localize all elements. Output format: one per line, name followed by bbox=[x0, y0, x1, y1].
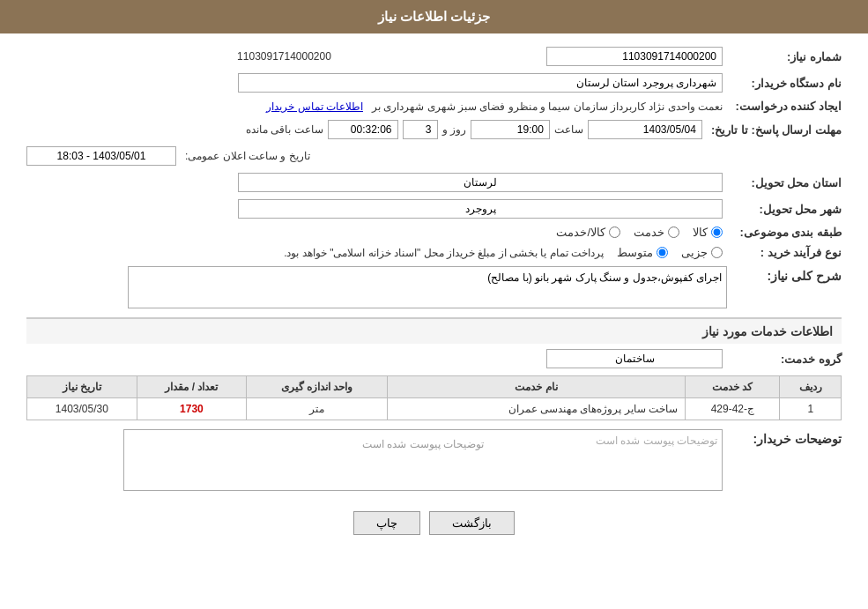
buyer-desc-row: توضیحات خریدار: توضیحات پیوست شده است bbox=[26, 429, 842, 494]
ijad-konande-row: ایجاد کننده درخواست: نعمت واحدی نژاد کار… bbox=[26, 100, 842, 113]
farayand-radio-jozi[interactable] bbox=[711, 247, 723, 258]
taarikh-elan-label: تاریخ و ساعت اعلان عمومی: bbox=[185, 150, 310, 162]
noe-farayand-option-jozi[interactable]: جزیی bbox=[681, 246, 723, 259]
shahr-row: شهر محل تحویل: پروجرد bbox=[26, 199, 842, 219]
back-button[interactable]: بازگشت bbox=[429, 511, 515, 535]
services-table: ردیف کد خدمت نام خدمت واحد اندازه گیری ت… bbox=[26, 375, 842, 420]
etelaaat-tamas-link[interactable]: اطلاعات تماس خریدار bbox=[266, 100, 363, 113]
shomare-niaz-label: شماره نیاز: bbox=[727, 50, 842, 63]
group-khedmat-label: گروه خدمت: bbox=[727, 353, 842, 366]
mohlat-row: مهلت ارسال پاسخ: تا تاریخ: 1403/05/04 سا… bbox=[26, 120, 842, 139]
buyer-desc-textarea[interactable] bbox=[123, 429, 723, 491]
tabaqe-radio-kala[interactable] bbox=[711, 227, 723, 238]
col-code: کد خدمت bbox=[686, 376, 780, 398]
tabaqe-radio-khedmat[interactable] bbox=[668, 227, 679, 238]
tabaqe-radio-kala-khedmat[interactable] bbox=[609, 227, 620, 238]
noe-farayand-label: نوع فرآیند خرید : bbox=[727, 246, 842, 259]
tabaqe-kala-khedmat-label: کالا/خدمت bbox=[556, 226, 605, 239]
page-title: جزئیات اطلاعات نیاز bbox=[378, 9, 490, 24]
print-button[interactable]: چاپ bbox=[353, 511, 420, 535]
mohlat-label: مهلت ارسال پاسخ: تا تاریخ: bbox=[707, 123, 842, 137]
ijad-konande-label: ایجاد کننده درخواست: bbox=[727, 100, 842, 113]
mohlat-days-input[interactable] bbox=[403, 120, 438, 139]
tabaqe-option-kala[interactable]: کالا bbox=[693, 226, 723, 239]
taarikh-elan-input[interactable] bbox=[26, 146, 176, 166]
ijad-konande-value: نعمت واحدی نژاد کاربرداز سازمان سیما و م… bbox=[372, 100, 723, 113]
mohlat-time-input[interactable] bbox=[471, 120, 550, 139]
shahr-label: شهر محل تحویل: bbox=[727, 203, 842, 216]
col-date: تاریخ نیاز bbox=[27, 376, 137, 398]
mohlat-time-label: ساعت bbox=[554, 123, 583, 136]
col-radif: ردیف bbox=[780, 376, 842, 398]
cell-date: 1403/05/30 bbox=[27, 398, 137, 420]
noe-farayand-option-motavaset[interactable]: متوسط bbox=[617, 246, 668, 259]
group-khedmat-input[interactable] bbox=[546, 349, 723, 368]
tabaqe-option-kala-khedmat[interactable]: کالا/خدمت bbox=[556, 226, 620, 239]
sharh-textarea[interactable] bbox=[128, 266, 727, 308]
mohlat-days-label: روز و bbox=[442, 123, 466, 136]
nam-dasgah-row: نام دستگاه خریدار: شهرداری پروجرد استان … bbox=[26, 73, 842, 93]
buttons-row: بازگشت چاپ bbox=[26, 511, 842, 535]
noe-farayand-radio-group: جزیی متوسط bbox=[617, 246, 723, 259]
cell-name: ساخت سایر پروژه‌های مهندسی عمران bbox=[387, 398, 685, 420]
noe-farayand-row: نوع فرآیند خرید : جزیی متوسط پرداخت تمام… bbox=[26, 246, 842, 259]
services-section-title: اطلاعات خدمات مورد نیاز bbox=[26, 317, 842, 344]
group-khedmat-row: گروه خدمت: ساختمان bbox=[26, 349, 842, 368]
ostan-row: استان محل تحویل: لرستان bbox=[26, 173, 842, 192]
cell-code: ج-42-429 bbox=[686, 398, 780, 420]
farayand-note: پرداخت تمام یا بخشی از مبلغ خریداز محل "… bbox=[284, 247, 604, 259]
sharh-section: شرح کلی نیاز: bbox=[26, 266, 842, 308]
shomare-niaz-value: 1103091714000200 bbox=[26, 50, 542, 63]
ostan-input[interactable] bbox=[238, 173, 723, 192]
tabaqe-khedmat-label: خدمت bbox=[634, 226, 664, 239]
tabaqe-row: طبقه بندی موضوعی: کالا خدمت کالا/خدمت bbox=[26, 226, 842, 239]
remaining-time-input[interactable] bbox=[328, 120, 398, 139]
tabaqe-label: طبقه بندی موضوعی: bbox=[727, 226, 842, 239]
farayand-jozi-label: جزیی bbox=[681, 246, 708, 259]
sharh-label: شرح کلی نیاز: bbox=[727, 266, 842, 283]
shomare-niaz-input[interactable] bbox=[546, 47, 723, 66]
col-name: نام خدمت bbox=[387, 376, 685, 398]
page-header: جزئیات اطلاعات نیاز bbox=[0, 0, 868, 33]
farayand-radio-motavaset[interactable] bbox=[657, 247, 668, 258]
shahr-input[interactable] bbox=[238, 199, 723, 219]
col-unit: واحد اندازه گیری bbox=[247, 376, 388, 398]
buyer-desc-label: توضیحات خریدار: bbox=[727, 429, 842, 446]
col-count: تعداد / مقدار bbox=[137, 376, 247, 398]
tabaqe-radio-group: کالا خدمت کالا/خدمت bbox=[556, 226, 723, 239]
nam-dasgah-label: نام دستگاه خریدار: bbox=[727, 77, 842, 90]
mohlat-date-input[interactable] bbox=[588, 120, 702, 139]
tabaqe-option-khedmat[interactable]: خدمت bbox=[634, 226, 679, 239]
nam-dasgah-input[interactable] bbox=[238, 73, 723, 93]
cell-unit: متر bbox=[247, 398, 388, 420]
ostan-label: استان محل تحویل: bbox=[727, 176, 842, 189]
cell-count: 1730 bbox=[137, 398, 247, 420]
cell-radif: 1 bbox=[780, 398, 842, 420]
remaining-label: ساعت باقی مانده bbox=[246, 123, 323, 136]
taarikh-elan-row: تاریخ و ساعت اعلان عمومی: bbox=[26, 146, 842, 166]
farayand-motavaset-label: متوسط bbox=[617, 246, 653, 259]
shomare-niaz-row: شماره نیاز: 1103091714000200 bbox=[26, 47, 842, 66]
tabaqe-kala-label: کالا bbox=[693, 226, 708, 239]
table-row: 1 ج-42-429 ساخت سایر پروژه‌های مهندسی عم… bbox=[27, 398, 842, 420]
